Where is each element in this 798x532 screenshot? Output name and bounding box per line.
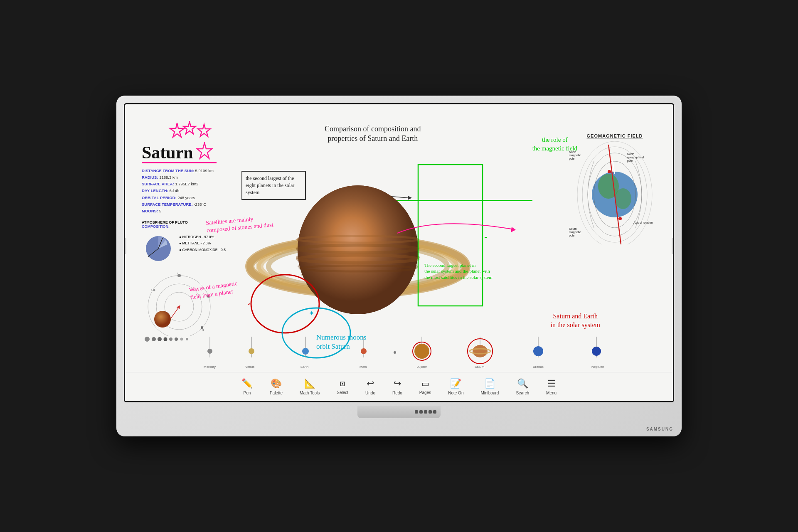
pages-icon: ▭ bbox=[421, 379, 429, 389]
svg-line-15 bbox=[171, 307, 179, 318]
svg-text:Neptune: Neptune bbox=[591, 365, 604, 369]
miniboard-icon: 📄 bbox=[484, 378, 495, 389]
svg-text:geographical: geographical bbox=[627, 156, 644, 159]
menu-label: Menu bbox=[546, 391, 557, 395]
right-handle[interactable] bbox=[672, 238, 674, 254]
math-tools-icon: 📐 bbox=[304, 378, 315, 389]
port-4[interactable] bbox=[429, 410, 432, 414]
pen-tool[interactable]: ✏️ Pen bbox=[238, 376, 256, 397]
svg-text:Mercury: Mercury bbox=[204, 365, 216, 369]
svg-text:Uranus: Uranus bbox=[533, 365, 544, 369]
undo-label: Undo bbox=[365, 391, 375, 395]
note-on-icon: 📝 bbox=[450, 378, 461, 389]
left-handle[interactable] bbox=[124, 238, 126, 254]
port-5[interactable] bbox=[433, 410, 436, 414]
undo-icon: ↩ bbox=[367, 378, 374, 389]
atmosphere-section: ATMOSPHERE OF PLUTO COMPOSITION: bbox=[142, 220, 226, 265]
port-3[interactable] bbox=[424, 410, 427, 414]
redo-label: Redo bbox=[392, 391, 402, 395]
svg-point-106 bbox=[394, 351, 396, 354]
svg-point-59 bbox=[615, 188, 631, 209]
pages-label: Pages bbox=[419, 390, 431, 395]
svg-point-100 bbox=[414, 344, 429, 359]
monitor-bottom bbox=[124, 402, 674, 418]
svg-text:pole: pole bbox=[627, 159, 633, 163]
svg-point-21 bbox=[152, 337, 156, 341]
svg-point-101 bbox=[473, 345, 488, 357]
svg-point-45 bbox=[298, 185, 418, 314]
menu-tool[interactable]: ☰ Menu bbox=[543, 376, 560, 397]
pen-label: Pen bbox=[244, 391, 251, 395]
atmosphere-pie-chart bbox=[142, 232, 175, 265]
svg-point-98 bbox=[361, 348, 367, 354]
svg-text:Earth: Earth bbox=[300, 365, 308, 369]
pages-tool[interactable]: ▭ Pages bbox=[416, 377, 434, 397]
search-icon: 🔍 bbox=[517, 378, 528, 389]
menu-icon: ☰ bbox=[547, 378, 556, 389]
monitor-stand bbox=[357, 406, 441, 418]
svg-point-105 bbox=[592, 347, 601, 356]
svg-point-65 bbox=[608, 170, 611, 173]
miniboard-label: Miniboard bbox=[480, 391, 499, 395]
solar-system-strip: Mercury Venus Earth Mars Jupiter Saturn … bbox=[175, 337, 660, 370]
svg-point-66 bbox=[618, 217, 622, 220]
svg-point-96 bbox=[249, 348, 254, 354]
svg-text:Saturn: Saturn bbox=[475, 365, 485, 369]
svg-text:South: South bbox=[569, 227, 576, 230]
svg-marker-0 bbox=[170, 123, 184, 137]
note-on-label: Note On bbox=[448, 391, 463, 395]
screen-content: Saturn DISTANCE FROM THE SUN: 5.9109 km … bbox=[125, 104, 673, 401]
svg-marker-2 bbox=[198, 124, 210, 136]
star-decorations bbox=[167, 121, 217, 145]
svg-text:magnetic: magnetic bbox=[569, 154, 581, 157]
svg-text:Axis of rotation: Axis of rotation bbox=[633, 221, 653, 224]
svg-point-7 bbox=[148, 276, 210, 336]
svg-point-97 bbox=[302, 348, 309, 355]
pen-icon: ✏️ bbox=[241, 378, 253, 389]
svg-marker-1 bbox=[183, 122, 196, 134]
note-on-tool[interactable]: 📝 Note On bbox=[445, 376, 467, 397]
select-icon: ⊡ bbox=[340, 379, 345, 389]
svg-text:pole: pole bbox=[569, 234, 574, 237]
screen: Saturn DISTANCE FROM THE SUN: 5.9109 km … bbox=[124, 103, 674, 402]
svg-text:Mars: Mars bbox=[360, 365, 367, 369]
svg-text:Jupiter: Jupiter bbox=[417, 365, 427, 369]
palette-tool[interactable]: 🎨 Palette bbox=[266, 376, 286, 397]
redo-tool[interactable]: ↪ Redo bbox=[389, 376, 406, 397]
svg-text:pole: pole bbox=[569, 157, 574, 160]
svg-text:North: North bbox=[627, 153, 634, 155]
math-tools-tool[interactable]: 📐 Math Tools bbox=[296, 376, 323, 397]
svg-point-95 bbox=[207, 349, 212, 354]
search-tool[interactable]: 🔍 Search bbox=[512, 376, 532, 397]
math-tools-label: Math Tools bbox=[300, 391, 320, 395]
svg-text:Venus: Venus bbox=[245, 365, 254, 369]
pie-chart-area: ● NITROGEN - 97.0% ● METHANE - 2.5% ● CA… bbox=[142, 232, 226, 265]
svg-point-14 bbox=[153, 289, 155, 291]
miniboard-tool[interactable]: 📄 Miniboard bbox=[477, 376, 502, 397]
samsung-logo: SAMSUNG bbox=[646, 427, 673, 431]
palette-icon: 🎨 bbox=[271, 378, 282, 389]
saturn-earth-annotation: Saturn and Earth in the solar system bbox=[550, 312, 600, 330]
svg-point-24 bbox=[169, 337, 172, 341]
svg-point-22 bbox=[158, 337, 162, 341]
monitor: Saturn DISTANCE FROM THE SUN: 5.9109 km … bbox=[116, 96, 682, 436]
port-1[interactable] bbox=[415, 410, 418, 414]
svg-text:magnetic: magnetic bbox=[569, 231, 581, 234]
saturn-stats: DISTANCE FROM THE SUN: 5.9109 km RADIUS:… bbox=[142, 167, 226, 214]
select-tool[interactable]: ⊡ Select bbox=[333, 377, 352, 397]
select-label: Select bbox=[337, 390, 348, 395]
toolbar: ✏️ Pen 🎨 Palette 📐 Math Tools ⊡ Select ↩ bbox=[125, 372, 673, 401]
undo-tool[interactable]: ↩ Undo bbox=[362, 376, 379, 397]
redo-icon: ↪ bbox=[394, 378, 401, 389]
geo-field-diagram: GEOMAGNETIC FIELD bbox=[569, 133, 660, 246]
search-label: Search bbox=[516, 391, 529, 395]
solar-system-small: 1 2 3 4 bbox=[142, 269, 226, 343]
saturn-title: Saturn bbox=[142, 144, 193, 161]
svg-text:3: 3 bbox=[202, 329, 204, 331]
port-2[interactable] bbox=[419, 410, 423, 414]
svg-marker-52 bbox=[511, 227, 516, 232]
palette-label: Palette bbox=[270, 391, 283, 395]
svg-point-20 bbox=[145, 337, 150, 342]
svg-point-23 bbox=[164, 337, 167, 341]
saturn-info-panel: Saturn DISTANCE FROM THE SUN: 5.9109 km … bbox=[142, 142, 226, 343]
